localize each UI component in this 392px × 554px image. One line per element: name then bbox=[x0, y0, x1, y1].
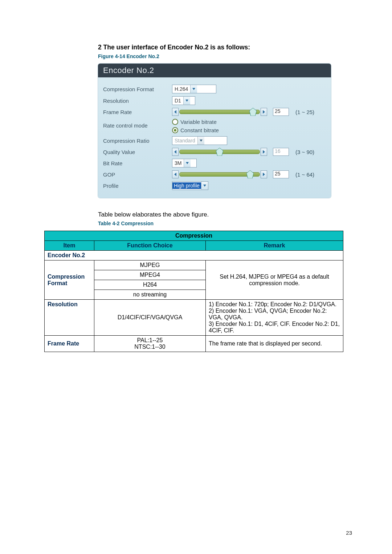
chevron-down-icon bbox=[201, 182, 208, 190]
bit-rate-value: 3M bbox=[172, 160, 184, 166]
label-compression-ratio: Compression Ratio bbox=[103, 138, 172, 144]
gop-range: (1 ~ 64) bbox=[295, 171, 314, 178]
label-bit-rate: Bit Rate bbox=[103, 160, 172, 166]
row-profile: Profile High profile bbox=[103, 181, 326, 190]
label-rate-control: Rate control mode bbox=[103, 119, 172, 129]
resolution-value: D1 bbox=[172, 98, 183, 104]
chevron-down-icon bbox=[183, 97, 190, 105]
gop-slider[interactable] bbox=[172, 170, 267, 178]
gop-value[interactable]: 25 bbox=[273, 170, 289, 178]
compression-ratio-dropdown: Standard bbox=[172, 136, 227, 145]
table-caption: Table 4-2 Compression bbox=[98, 221, 352, 226]
radio-variable-label: Variable bitrate bbox=[180, 119, 217, 125]
quality-slider[interactable] bbox=[172, 148, 267, 156]
radio-constant-bitrate[interactable]: Constant bitrate bbox=[172, 127, 219, 133]
radio-icon bbox=[172, 127, 178, 133]
row-frame-rate: Frame Rate 25 (1 ~ 25) bbox=[103, 108, 326, 116]
label-resolution: Resolution bbox=[103, 98, 172, 104]
profile-dropdown[interactable]: High profile bbox=[172, 181, 208, 190]
radio-variable-bitrate[interactable]: Variable bitrate bbox=[172, 119, 219, 125]
row-quality-value: Quality Value 16 (3 ~ 90) bbox=[103, 148, 326, 156]
remark-frame-rate: The frame rate that is displayed per sec… bbox=[206, 336, 343, 352]
item-frame-rate: Frame Rate bbox=[45, 336, 94, 352]
table-title: Compression bbox=[45, 231, 343, 241]
col-item: Item bbox=[45, 241, 94, 251]
arrow-left-icon[interactable] bbox=[172, 148, 179, 156]
label-compression-format: Compression Format bbox=[103, 86, 172, 92]
section-heading: 2 The user interface of Encoder No.2 is … bbox=[98, 44, 352, 51]
page-number: 23 bbox=[346, 530, 352, 536]
arrow-left-icon[interactable] bbox=[172, 108, 179, 116]
choice-frame-rate: PAL:1--25 NTSC:1--30 bbox=[94, 336, 206, 352]
label-profile: Profile bbox=[103, 183, 172, 189]
col-func: Function Choice bbox=[94, 241, 206, 251]
item-compression-format: Compression Format bbox=[45, 260, 94, 300]
paragraph: Table below elaborates the above figure. bbox=[98, 211, 352, 218]
label-quality-value: Quality Value bbox=[103, 149, 172, 155]
compression-ratio-value: Standard bbox=[172, 138, 197, 143]
choice-nostreaming: no streaming bbox=[94, 290, 206, 300]
frame-rate-slider[interactable] bbox=[172, 108, 267, 116]
choice-mjpeg: MJPEG bbox=[94, 260, 206, 270]
radio-constant-label: Constant bitrate bbox=[180, 127, 219, 133]
row-compression-ratio: Compression Ratio Standard bbox=[103, 136, 326, 145]
chevron-down-icon bbox=[184, 159, 191, 167]
label-gop: GOP bbox=[103, 171, 172, 178]
resolution-dropdown[interactable]: D1 bbox=[172, 96, 195, 105]
choice-resolution: D1/4CIF/CIF/VGA/QVGA bbox=[94, 300, 206, 336]
arrow-left-icon[interactable] bbox=[172, 170, 179, 178]
label-frame-rate: Frame Rate bbox=[103, 109, 172, 115]
panel-title: Encoder No.2 bbox=[98, 64, 331, 77]
compression-format-value: H.264 bbox=[172, 86, 190, 92]
compression-format-dropdown[interactable]: H.264 bbox=[172, 85, 216, 93]
frame-rate-range: (1 ~ 25) bbox=[295, 109, 314, 115]
row-rate-control: Rate control mode Variable bitrate Const… bbox=[103, 119, 326, 133]
row-compression-format: Compression Format H.264 bbox=[103, 85, 326, 93]
item-resolution: Resolution bbox=[45, 300, 94, 336]
chevron-down-icon bbox=[197, 137, 204, 145]
row-bit-rate: Bit Rate 3M bbox=[103, 159, 326, 167]
frame-rate-value[interactable]: 25 bbox=[273, 108, 289, 116]
arrow-right-icon[interactable] bbox=[261, 108, 267, 116]
bit-rate-dropdown[interactable]: 3M bbox=[172, 159, 197, 167]
quality-value: 16 bbox=[273, 148, 289, 156]
arrow-right-icon[interactable] bbox=[261, 170, 267, 178]
choice-mpeg4: MPEG4 bbox=[94, 270, 206, 280]
col-remark: Remark bbox=[206, 241, 343, 251]
compression-table: Compression Item Function Choice Remark … bbox=[44, 231, 343, 352]
quality-range: (3 ~ 90) bbox=[295, 149, 314, 155]
profile-value: High profile bbox=[172, 182, 201, 189]
section-row: Encoder No.2 bbox=[45, 251, 343, 260]
remark-compression-format: Set H.264, MJPEG or MPEG4 as a default c… bbox=[206, 260, 343, 300]
arrow-right-icon[interactable] bbox=[261, 148, 267, 156]
choice-h264: H264 bbox=[94, 280, 206, 290]
radio-icon bbox=[172, 119, 178, 125]
chevron-down-icon bbox=[190, 85, 197, 93]
row-resolution: Resolution D1 bbox=[103, 96, 326, 105]
figure-caption: Figure 4-14 Encoder No.2 bbox=[98, 53, 352, 59]
encoder-panel: Encoder No.2 Compression Format H.264 Re… bbox=[98, 64, 331, 198]
remark-resolution: 1) Encoder No.1: 720p; Encoder No.2: D1/… bbox=[206, 300, 343, 336]
row-gop: GOP 25 (1 ~ 64) bbox=[103, 170, 326, 178]
